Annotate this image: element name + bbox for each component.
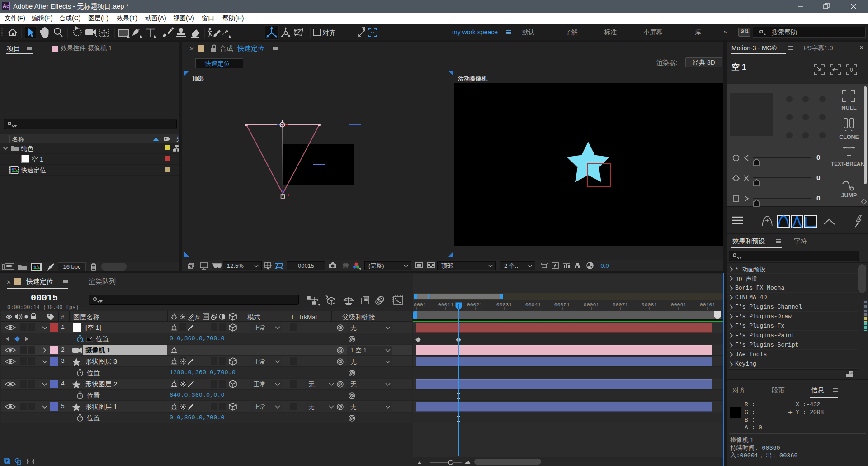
svg-text:T: T (291, 314, 294, 320)
svg-text:图层名称: 图层名称 (73, 314, 100, 321)
svg-text:父级和链接: 父级和链接 (342, 314, 375, 321)
svg-text:模式: 模式 (247, 314, 261, 321)
svg-text:#: # (61, 314, 64, 321)
svg-text:0: 0 (850, 67, 853, 73)
svg-text:fx: fx (195, 314, 200, 320)
svg-text:TrkMat: TrkMat (298, 314, 317, 320)
svg-text:对齐: 对齐 (322, 29, 336, 37)
svg-text:+0.0: +0.0 (597, 262, 609, 269)
